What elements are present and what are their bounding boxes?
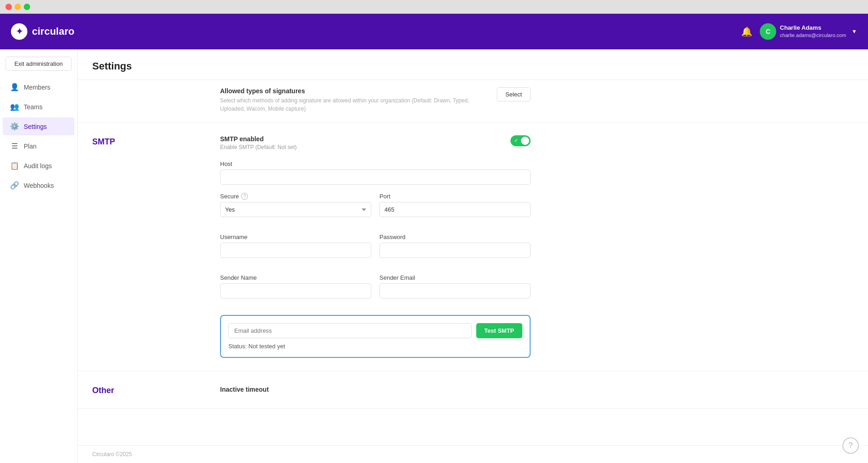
smtp-section-content: SMTP enabled Enable SMTP (Default: Not s…	[220, 135, 531, 358]
logo: ✦ circularo	[11, 23, 74, 40]
sidebar-item-settings[interactable]: ⚙️ Settings	[3, 117, 74, 135]
test-smtp-inner: Test SMTP	[228, 323, 522, 338]
maximize-window-button[interactable]	[24, 4, 30, 10]
sidebar-item-plan[interactable]: ☰ Plan	[3, 137, 74, 155]
host-label: Host	[220, 160, 531, 167]
allowed-signatures-left	[92, 87, 220, 113]
logo-text: circularo	[32, 26, 74, 37]
user-info: Charlie Adams charlie.adams@circularo.co…	[780, 24, 846, 39]
logo-icon: ✦	[11, 23, 27, 40]
password-label: Password	[379, 234, 531, 240]
content-area: Settings Allowed types of signatures Sel…	[78, 49, 868, 463]
test-email-input[interactable]	[228, 323, 472, 338]
host-input[interactable]	[220, 170, 531, 185]
smtp-enabled-desc: Enable SMTP (Default: Not set)	[220, 144, 297, 150]
username-field-group: Username	[220, 234, 371, 258]
host-field-group: Host	[220, 160, 531, 185]
allowed-signatures-content: Allowed types of signatures Select which…	[220, 87, 531, 113]
test-smtp-button[interactable]: Test SMTP	[476, 323, 523, 338]
smtp-section: SMTP SMTP enabled Enable SMTP (Default: …	[78, 122, 868, 371]
smtp-enabled-row: SMTP enabled Enable SMTP (Default: Not s…	[220, 135, 531, 150]
other-section: Other Inactive timeout	[78, 371, 868, 409]
sidebar-item-label-members: Members	[24, 84, 50, 91]
test-smtp-box: Test SMTP Status: Not tested yet	[220, 315, 531, 358]
sidebar-item-label-settings: Settings	[24, 123, 47, 130]
sender-row: Sender Name Sender Email	[220, 274, 531, 307]
smtp-section-label: SMTP	[92, 135, 220, 358]
smtp-enabled-info: SMTP enabled Enable SMTP (Default: Not s…	[220, 135, 297, 150]
secure-select[interactable]: Yes No	[220, 202, 371, 217]
username-password-row: Username Password	[220, 234, 531, 266]
avatar: C	[760, 23, 776, 40]
password-field-group: Password	[379, 234, 531, 258]
smtp-enabled-toggle[interactable]: ✓	[510, 135, 531, 146]
allowed-signatures-title: Allowed types of signatures	[220, 87, 486, 95]
allowed-signatures-select-button[interactable]: Select	[497, 87, 531, 101]
user-email: charlie.adams@circularo.com	[780, 32, 846, 39]
port-label: Port	[379, 193, 531, 200]
close-window-button[interactable]	[5, 4, 12, 10]
allowed-signatures-section: Allowed types of signatures Select which…	[78, 80, 868, 122]
sender-name-field-group: Sender Name	[220, 274, 371, 298]
plan-icon: ☰	[10, 142, 19, 150]
settings-content: Allowed types of signatures Select which…	[78, 80, 868, 427]
test-status: Status: Not tested yet	[228, 343, 522, 350]
username-input[interactable]	[220, 243, 371, 258]
secure-port-row: Secure ? Yes No Port	[220, 193, 531, 225]
webhooks-icon: 🔗	[10, 181, 19, 190]
notifications-icon[interactable]: 🔔	[741, 26, 752, 37]
sender-email-label: Sender Email	[379, 274, 531, 281]
sidebar: Exit administration 👤 Members 👥 Teams ⚙️…	[0, 49, 78, 463]
username-label: Username	[220, 234, 371, 240]
exit-administration-button[interactable]: Exit administration	[5, 57, 72, 71]
topbar-right: 🔔 C Charlie Adams charlie.adams@circular…	[741, 23, 857, 40]
settings-icon: ⚙️	[10, 122, 19, 131]
user-menu[interactable]: C Charlie Adams charlie.adams@circularo.…	[760, 23, 857, 40]
password-input[interactable]	[379, 243, 531, 258]
smtp-enabled-title: SMTP enabled	[220, 135, 297, 143]
secure-field-group: Secure ? Yes No	[220, 193, 371, 217]
inactive-timeout-label: Inactive timeout	[220, 384, 531, 393]
teams-icon: 👥	[10, 102, 19, 111]
minimize-window-button[interactable]	[15, 4, 21, 10]
sidebar-item-label-teams: Teams	[24, 103, 42, 111]
sidebar-item-label-audit-logs: Audit logs	[24, 162, 52, 170]
secure-help-icon[interactable]: ?	[241, 193, 248, 200]
sender-name-input[interactable]	[220, 283, 371, 298]
page-title: Settings	[92, 60, 853, 72]
allowed-signatures-description: Select which methods of adding signature…	[220, 96, 486, 113]
sender-email-input[interactable]	[379, 283, 531, 298]
secure-label: Secure ?	[220, 193, 371, 200]
user-dropdown-arrow: ▼	[852, 28, 857, 35]
other-section-label: Other	[92, 384, 220, 395]
toggle-check-icon: ✓	[514, 138, 518, 144]
sidebar-item-label-plan: Plan	[24, 143, 37, 150]
members-icon: 👤	[10, 83, 19, 91]
user-name: Charlie Adams	[780, 24, 846, 32]
sidebar-item-audit-logs[interactable]: 📋 Audit logs	[3, 157, 74, 175]
footer: Circularo ©2025	[78, 445, 868, 463]
topbar: ✦ circularo 🔔 C Charlie Adams charlie.ad…	[0, 14, 868, 49]
page-header: Settings	[78, 49, 868, 80]
sidebar-item-label-webhooks: Webhooks	[24, 182, 54, 189]
other-section-content: Inactive timeout	[220, 384, 531, 395]
allowed-signatures-text: Allowed types of signatures Select which…	[220, 87, 486, 113]
sender-name-label: Sender Name	[220, 274, 371, 281]
port-input[interactable]	[379, 202, 531, 217]
footer-text: Circularo ©2025	[92, 451, 132, 458]
audit-logs-icon: 📋	[10, 161, 19, 170]
port-field-group: Port	[379, 193, 531, 217]
sender-email-field-group: Sender Email	[379, 274, 531, 298]
sidebar-item-webhooks[interactable]: 🔗 Webhooks	[3, 176, 74, 194]
toggle-slider	[510, 135, 531, 146]
main-wrapper: Exit administration 👤 Members 👥 Teams ⚙️…	[0, 49, 868, 463]
help-button[interactable]: ?	[842, 437, 859, 454]
sidebar-item-members[interactable]: 👤 Members	[3, 78, 74, 96]
sidebar-item-teams[interactable]: 👥 Teams	[3, 98, 74, 116]
